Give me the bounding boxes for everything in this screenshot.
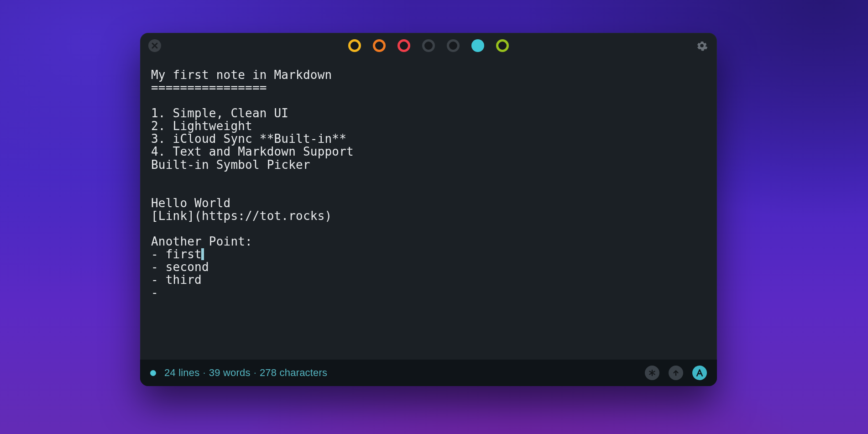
status-bar: 24 lines · 39 words · 278 characters [140, 360, 717, 386]
note-tab-gray-1[interactable] [422, 39, 435, 52]
settings-button[interactable] [695, 39, 709, 52]
editor-area[interactable]: My first note in Markdown ==============… [140, 58, 717, 360]
status-lines-count: 24 [164, 367, 176, 379]
status-chars-count: 278 [260, 367, 277, 379]
note-tab-gray-2[interactable] [447, 39, 460, 52]
arrow-up-icon [672, 369, 680, 377]
status-separator: · [254, 367, 256, 379]
note-tab-orange[interactable] [373, 39, 386, 52]
status-words-label: words [223, 367, 251, 379]
editor-content[interactable]: My first note in Markdown ==============… [151, 68, 706, 299]
status-words-count: 39 [209, 367, 220, 379]
status-lines-label: lines [178, 367, 199, 379]
note-tab-red[interactable] [397, 39, 410, 52]
note-tab-green[interactable] [496, 39, 509, 52]
gear-icon [696, 40, 708, 52]
status-separator: · [203, 367, 205, 379]
status-chars-label: characters [280, 367, 328, 379]
note-tab-yellow[interactable] [348, 39, 361, 52]
share-button[interactable] [669, 366, 683, 380]
text-caret [201, 248, 204, 260]
letter-a-icon [695, 368, 704, 377]
mode-toggle-button[interactable] [692, 366, 707, 380]
note-tab-strip [348, 39, 509, 52]
app-window: My first note in Markdown ==============… [140, 33, 717, 386]
status-indicator-icon [150, 370, 156, 376]
note-tab-cyan[interactable] [471, 39, 484, 52]
titlebar [140, 33, 717, 58]
close-button[interactable] [148, 39, 161, 52]
close-icon [152, 42, 158, 49]
clipboard-button[interactable] [645, 366, 659, 380]
status-actions [645, 366, 707, 380]
asterisk-icon [648, 369, 656, 377]
